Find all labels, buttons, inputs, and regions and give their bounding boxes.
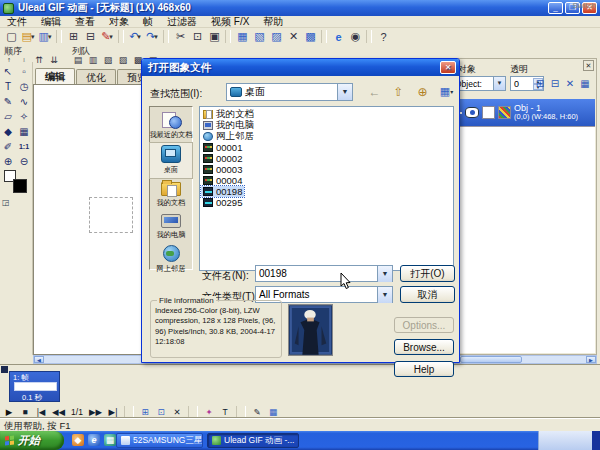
combo-dropdown-icon[interactable]: ▼ bbox=[377, 266, 392, 282]
add-frame-button[interactable]: ⊞ bbox=[140, 407, 150, 417]
object-list-area[interactable] bbox=[447, 126, 595, 353]
eyedropper-tool[interactable]: ✐ bbox=[1, 139, 15, 153]
quicklaunch-ulead-icon[interactable]: ◆ bbox=[72, 434, 84, 446]
help-button[interactable]: Help bbox=[394, 361, 454, 377]
text-tool[interactable]: T bbox=[1, 79, 15, 93]
combo-dropdown-icon[interactable]: ▼ bbox=[337, 84, 352, 100]
align-center-icon[interactable]: ▥ bbox=[87, 54, 99, 66]
place-network[interactable]: 网上邻居 bbox=[150, 243, 192, 277]
align-top-icon[interactable]: ▨ bbox=[117, 54, 129, 66]
reset-colors-icon[interactable]: ◲ bbox=[2, 198, 10, 207]
file-00004[interactable]: 00004 bbox=[201, 175, 244, 186]
banner-text-button[interactable]: ✦ bbox=[204, 407, 214, 417]
file-network[interactable]: 网上邻居 bbox=[201, 131, 256, 142]
redo-icon[interactable]: ↷▾ bbox=[144, 29, 160, 44]
zoom-out-tool[interactable]: ⊖ bbox=[17, 154, 31, 168]
print-icon[interactable]: ▩ bbox=[302, 29, 318, 44]
tab-optimize[interactable]: 优化 bbox=[76, 69, 116, 84]
delete-frame-icon[interactable]: ✕ bbox=[285, 29, 301, 44]
menu-frame[interactable]: 帧 bbox=[136, 16, 160, 28]
paste-icon[interactable]: ▣ bbox=[206, 29, 222, 44]
place-recent-documents[interactable]: 我最近的文档 bbox=[150, 110, 192, 143]
select-tool[interactable]: ↖ bbox=[1, 64, 15, 78]
object-mask-swatch[interactable] bbox=[482, 106, 495, 119]
panel-close-icon[interactable]: ✕ bbox=[583, 60, 594, 71]
ellipse-tool[interactable]: ◷ bbox=[17, 79, 31, 93]
frame-thumbnail[interactable]: 1: 帧 0.1 秒 bbox=[9, 371, 60, 402]
combo-dropdown-icon[interactable]: ▼ bbox=[377, 287, 392, 303]
menu-video-fx[interactable]: 视频 F/X bbox=[204, 16, 256, 28]
export-icon[interactable]: ⊟ bbox=[82, 29, 98, 44]
file-00003[interactable]: 00003 bbox=[201, 164, 244, 175]
look-in-combo[interactable]: 桌面 ▼ bbox=[226, 83, 353, 101]
open-button[interactable]: 打开(O) bbox=[400, 265, 455, 282]
play-button[interactable]: ▶ bbox=[4, 407, 14, 417]
duplicate-object-icon[interactable]: ⊞ bbox=[533, 76, 547, 90]
duplicate-frame-icon[interactable]: ▨ bbox=[268, 29, 284, 44]
move-bottom-icon[interactable]: ⇊ bbox=[48, 54, 60, 66]
delete-frame-button[interactable]: ✕ bbox=[172, 407, 182, 417]
file-name-combo[interactable]: 00198 ▼ bbox=[255, 265, 393, 282]
back-icon[interactable]: ← bbox=[366, 84, 383, 99]
menu-edit[interactable]: 编辑 bbox=[34, 16, 68, 28]
taskbar-task-ulead[interactable]: Ulead GIF 动画 -... bbox=[207, 433, 299, 448]
image-frame-icon[interactable]: ▧ bbox=[251, 29, 267, 44]
background-color-swatch[interactable] bbox=[13, 179, 27, 193]
menu-object[interactable]: 对象 bbox=[102, 16, 136, 28]
file-00198[interactable]: 00198 bbox=[201, 186, 244, 197]
scrollbar-thumb[interactable] bbox=[460, 356, 522, 363]
place-my-computer[interactable]: 我的电脑 bbox=[150, 211, 192, 243]
scroll-right-icon[interactable]: ▶ bbox=[586, 356, 596, 363]
cut-icon[interactable]: ✂ bbox=[172, 29, 188, 44]
frame-options-button[interactable]: ▦ bbox=[268, 407, 278, 417]
minimize-button[interactable]: _ bbox=[548, 2, 563, 14]
new-file-icon[interactable]: ▢ bbox=[3, 29, 19, 44]
eraser-tool[interactable]: ▱ bbox=[1, 109, 15, 123]
browser-preview-icon[interactable]: e bbox=[330, 29, 346, 44]
object-select-combo[interactable]: Object: ▼ bbox=[452, 76, 506, 91]
next-frame-button[interactable]: ▶▶ bbox=[89, 407, 102, 417]
stop-button[interactable]: ■ bbox=[20, 407, 30, 417]
save-icon[interactable]: ▥▾ bbox=[37, 29, 53, 44]
visibility-eye-icon[interactable] bbox=[465, 107, 479, 118]
start-button[interactable]: 开始 bbox=[0, 431, 64, 450]
marquee-tool[interactable]: ▫ bbox=[17, 64, 31, 78]
add-image-icon[interactable]: ⊞ bbox=[65, 29, 81, 44]
scroll-left-icon[interactable]: ◀ bbox=[34, 356, 44, 363]
frame-properties-icon[interactable]: ▦ bbox=[234, 29, 250, 44]
brush-tool[interactable]: ✎ bbox=[1, 94, 15, 108]
dialog-close-button[interactable]: ✕ bbox=[440, 61, 456, 74]
zoom-in-tool[interactable]: ⊕ bbox=[1, 154, 15, 168]
new-folder-icon[interactable]: ⊕ bbox=[414, 84, 431, 99]
copy-icon[interactable]: ⊡ bbox=[189, 29, 205, 44]
view-menu-icon[interactable]: ▦▾ bbox=[438, 84, 455, 99]
combo-dropdown-icon[interactable]: ▼ bbox=[493, 77, 505, 90]
lasso-tool[interactable]: ∿ bbox=[17, 94, 31, 108]
menu-view[interactable]: 查看 bbox=[68, 16, 102, 28]
object-list-item[interactable]: Obj - 1 (0,0) (W:468, H:60) bbox=[447, 99, 595, 126]
fill-tool[interactable]: ◆ bbox=[1, 124, 15, 138]
align-right-icon[interactable]: ▧ bbox=[102, 54, 114, 66]
move-top-icon[interactable]: ⇈ bbox=[33, 54, 45, 66]
quicklaunch-show-desktop-icon[interactable]: ▦ bbox=[104, 434, 116, 446]
canvas-selection-box[interactable] bbox=[89, 197, 133, 233]
file-00001[interactable]: 00001 bbox=[201, 142, 244, 153]
align-left-icon[interactable]: ▤ bbox=[72, 54, 84, 66]
color-tool-icon[interactable]: ✎▾ bbox=[99, 29, 115, 44]
menu-filters[interactable]: 过滤器 bbox=[160, 16, 204, 28]
edit-frame-button[interactable]: ✎ bbox=[252, 407, 262, 417]
delete-object-icon[interactable]: ✕ bbox=[563, 76, 577, 90]
quicklaunch-ie-icon[interactable]: e bbox=[88, 434, 100, 446]
grid-tool[interactable]: ▦ bbox=[17, 124, 31, 138]
place-desktop[interactable]: 桌面 bbox=[150, 143, 192, 178]
context-help-icon[interactable]: ? bbox=[375, 29, 391, 44]
prev-frame-button[interactable]: ◀◀ bbox=[52, 407, 65, 417]
browse-button[interactable]: Browse... bbox=[394, 339, 454, 355]
panel-grip[interactable] bbox=[1, 366, 8, 373]
last-frame-button[interactable]: ▶| bbox=[108, 407, 118, 417]
preview-icon[interactable]: ◉ bbox=[347, 29, 363, 44]
menu-file[interactable]: 文件 bbox=[0, 16, 34, 28]
first-frame-button[interactable]: |◀ bbox=[36, 407, 46, 417]
taskbar-task-samsung[interactable]: 52SAMSUNG三星手... bbox=[116, 433, 203, 448]
tab-edit[interactable]: 编辑 bbox=[35, 68, 75, 84]
